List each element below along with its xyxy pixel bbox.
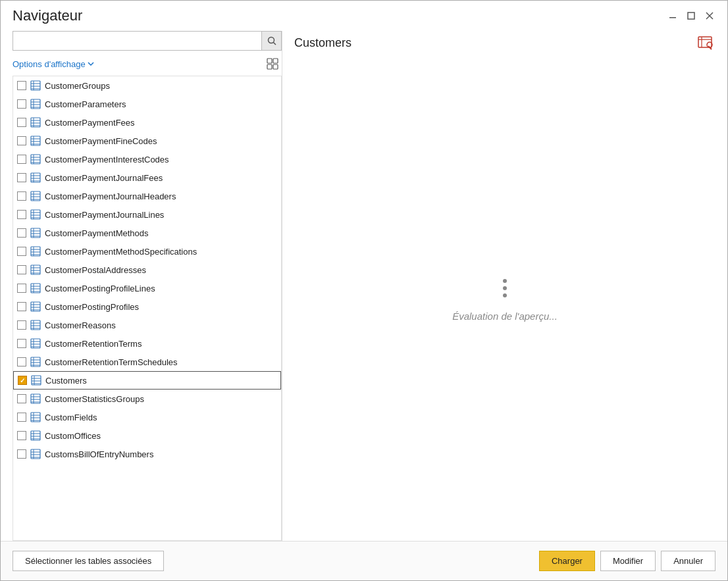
list-item[interactable]: CustomerRetentionTermSchedules — [13, 353, 281, 371]
footer-left: Sélectionner les tables associées — [13, 551, 539, 571]
item-label: CustomerPaymentJournalLines — [45, 210, 164, 220]
search-button[interactable] — [261, 32, 281, 50]
list-item[interactable]: CustomOffices — [13, 426, 281, 445]
item-label: CustomerReasons — [45, 320, 116, 330]
list-item[interactable]: CustomerPostingProfileLines — [13, 279, 281, 297]
item-checkbox[interactable] — [17, 136, 26, 145]
table-icon — [30, 154, 41, 164]
item-label: CustomerRetentionTermSchedules — [45, 357, 178, 367]
list-item[interactable]: CustomerPaymentJournalLines — [13, 205, 281, 224]
navigator-window: Navigateur — [0, 0, 728, 581]
list-item[interactable]: CustomerPostalAddresses — [13, 261, 281, 279]
item-label: CustomerPaymentFineCodes — [45, 136, 157, 146]
options-row: Options d'affichage — [13, 56, 282, 72]
list-item[interactable]: CustomerPaymentFineCodes — [13, 132, 281, 150]
list-item[interactable]: CustomerPaymentFees — [13, 113, 281, 132]
item-checkbox[interactable] — [17, 155, 26, 164]
table-icon — [30, 136, 41, 146]
list-item[interactable]: CustomFields — [13, 408, 281, 426]
item-checkbox[interactable] — [17, 320, 26, 330]
title-bar: Navigateur — [1, 1, 727, 24]
svg-point-4 — [268, 38, 274, 43]
item-label: CustomerPaymentInterestCodes — [45, 155, 169, 164]
window-title: Navigateur — [13, 7, 667, 24]
item-checkbox[interactable] — [17, 191, 26, 201]
dot-3 — [503, 293, 507, 297]
options-display-button[interactable]: Options d'affichage — [13, 59, 94, 69]
list-item[interactable]: CustomerPaymentInterestCodes — [13, 150, 281, 168]
item-label: CustomerRetentionTerms — [45, 339, 142, 349]
search-input[interactable] — [13, 33, 261, 49]
table-icon — [30, 228, 41, 238]
edit-button[interactable]: Modifier — [600, 551, 656, 571]
table-icon — [30, 117, 41, 128]
table-icon — [31, 375, 41, 386]
item-checkbox[interactable] — [17, 265, 26, 274]
list-item[interactable]: CustomerPaymentMethods — [13, 224, 281, 242]
svg-rect-9 — [273, 64, 278, 69]
item-label: CustomerPaymentMethods — [45, 228, 149, 238]
list-item[interactable]: CustomerPaymentJournalFees — [13, 168, 281, 187]
item-label: CustomerParameters — [45, 99, 126, 109]
item-label: CustomerStatisticsGroups — [45, 394, 144, 404]
item-checkbox[interactable] — [17, 173, 26, 182]
maximize-button[interactable] — [685, 10, 697, 22]
cancel-button[interactable]: Annuler — [661, 551, 715, 571]
list-item[interactable]: Customers — [13, 371, 281, 390]
list-item[interactable]: CustomsBillOfEntryNumbers — [13, 445, 281, 463]
table-icon — [30, 430, 41, 441]
item-checkbox[interactable] — [17, 284, 26, 293]
item-checkbox[interactable] — [17, 302, 26, 311]
table-icon — [30, 246, 41, 257]
list-item[interactable]: CustomerParameters — [13, 95, 281, 113]
table-icon — [30, 338, 41, 349]
close-button[interactable] — [704, 10, 715, 22]
item-checkbox[interactable] — [17, 247, 26, 256]
dot-1 — [503, 279, 507, 283]
table-icon — [30, 191, 41, 201]
item-checkbox[interactable] — [17, 413, 26, 422]
footer-right: Charger Modifier Annuler — [539, 551, 715, 571]
item-checkbox[interactable] — [17, 118, 26, 127]
table-icon — [30, 209, 41, 220]
minimize-button[interactable] — [667, 10, 679, 22]
item-checkbox[interactable] — [17, 228, 26, 238]
item-checkbox[interactable] — [17, 357, 26, 366]
table-icon — [30, 283, 41, 293]
list-item[interactable]: CustomerPaymentMethodSpecifications — [13, 242, 281, 261]
item-label: CustomerPaymentMethodSpecifications — [45, 247, 197, 257]
list-item[interactable]: CustomerPaymentJournalHeaders — [13, 187, 281, 205]
table-icon — [30, 265, 41, 275]
items-list[interactable]: CustomerGroups CustomerParameters Custom… — [13, 76, 282, 541]
main-content: Options d'affichage — [1, 24, 727, 541]
svg-rect-8 — [267, 64, 272, 69]
list-item[interactable]: CustomerStatisticsGroups — [13, 390, 281, 408]
search-bar — [13, 31, 282, 51]
item-label: CustomerPostingProfileLines — [45, 284, 155, 293]
window-controls — [667, 10, 715, 22]
table-icon — [30, 412, 41, 422]
item-checkbox[interactable] — [17, 394, 26, 403]
item-checkbox[interactable] — [18, 376, 27, 385]
load-button[interactable]: Charger — [539, 551, 595, 571]
left-panel: Options d'affichage — [13, 31, 282, 541]
item-checkbox[interactable] — [17, 431, 26, 440]
item-checkbox[interactable] — [17, 81, 26, 90]
table-icon — [30, 80, 41, 91]
preview-title: Customers — [294, 36, 351, 50]
list-item[interactable]: CustomerPostingProfiles — [13, 297, 281, 316]
item-checkbox[interactable] — [17, 339, 26, 348]
item-label: CustomOffices — [45, 431, 101, 441]
loading-indicator — [503, 279, 507, 297]
right-panel: Customers Évaluation d — [282, 31, 715, 541]
list-item[interactable]: CustomerRetentionTerms — [13, 334, 281, 353]
view-options-icon-button[interactable] — [263, 56, 282, 72]
list-item[interactable]: CustomerGroups — [13, 76, 281, 95]
list-item[interactable]: CustomerReasons — [13, 316, 281, 334]
preview-settings-button[interactable] — [694, 32, 715, 53]
item-label: CustomFields — [45, 413, 97, 422]
select-related-button[interactable]: Sélectionner les tables associées — [13, 551, 164, 571]
item-checkbox[interactable] — [17, 449, 26, 459]
item-checkbox[interactable] — [17, 99, 26, 109]
item-checkbox[interactable] — [17, 210, 26, 219]
